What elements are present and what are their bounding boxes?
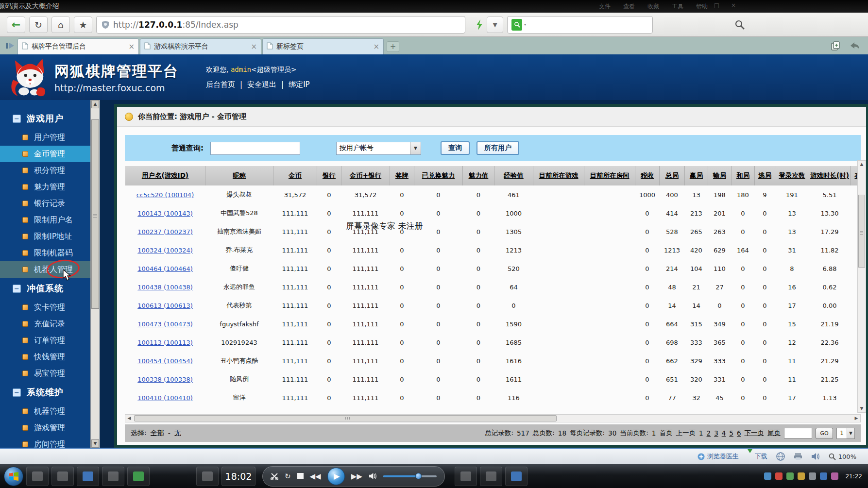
address-bar[interactable]: http://127.0.0.1:85/Index.asp bbox=[96, 16, 465, 34]
volume-icon[interactable] bbox=[369, 472, 377, 480]
scroll-up-icon[interactable]: ▲ bbox=[91, 100, 99, 108]
scroll-down-icon[interactable]: ▼ bbox=[858, 405, 866, 412]
sidebar-section-header[interactable]: −系统维护 bbox=[0, 382, 90, 403]
tray-icon[interactable] bbox=[786, 472, 794, 480]
user-link[interactable]: 100237 (100237) bbox=[137, 228, 193, 236]
select-all-link[interactable]: 全部 bbox=[151, 429, 164, 438]
page-link-5[interactable]: 5 bbox=[729, 429, 733, 437]
scroll-right-icon[interactable]: ▶ bbox=[852, 415, 860, 422]
tab-close-icon[interactable]: × bbox=[128, 42, 135, 51]
column-header[interactable]: 经验值 bbox=[494, 166, 533, 185]
header-link[interactable]: 安全退出 bbox=[247, 80, 276, 89]
header-link[interactable]: 后台首页 bbox=[206, 80, 235, 89]
chevron-down-icon[interactable]: ▼ bbox=[410, 142, 421, 154]
sidebar-item-充值记录[interactable]: 充值记录 bbox=[0, 316, 90, 332]
browser-tab[interactable]: 新标签页× bbox=[262, 38, 384, 54]
sidebar-item-机器人管理[interactable]: 机器人管理 bbox=[0, 261, 90, 278]
user-link[interactable]: 100410 (100410) bbox=[137, 394, 193, 402]
column-header[interactable]: 已兑换魅力 bbox=[414, 166, 463, 185]
sidebar-item-机器管理[interactable]: 机器管理 bbox=[0, 403, 90, 420]
page-link-2[interactable]: 2 bbox=[707, 429, 711, 437]
page-link-1[interactable]: 1 bbox=[699, 429, 703, 437]
speaker-icon[interactable] bbox=[811, 453, 820, 460]
sidebar-item-魅力管理[interactable]: 魅力管理 bbox=[0, 179, 90, 195]
back-button[interactable]: ← bbox=[7, 17, 25, 33]
stop-button[interactable] bbox=[297, 473, 304, 479]
menu-item[interactable]: 工具 bbox=[672, 2, 683, 11]
sidebar-item-易宝管理[interactable]: 易宝管理 bbox=[0, 365, 90, 382]
user-link[interactable]: 100113 (100113) bbox=[137, 339, 193, 346]
restore-tab-icon[interactable] bbox=[830, 41, 841, 51]
undo-close-icon[interactable] bbox=[849, 41, 860, 50]
column-header[interactable]: 登录次数 bbox=[775, 166, 809, 185]
scroll-left-icon[interactable]: ◀ bbox=[125, 415, 133, 422]
select-none-link[interactable]: 无 bbox=[174, 429, 181, 438]
sidebar-item-房间管理[interactable]: 房间管理 bbox=[0, 436, 90, 448]
start-button[interactable] bbox=[4, 467, 23, 486]
taskbar-app-icon[interactable] bbox=[102, 467, 124, 486]
table-horizontal-scrollbar[interactable]: ◀ ▶ bbox=[125, 414, 861, 422]
sidebar-item-快钱管理[interactable]: 快钱管理 bbox=[0, 349, 90, 365]
column-header[interactable]: 和局 bbox=[732, 166, 755, 185]
play-button[interactable]: ▶ bbox=[327, 468, 345, 485]
menu-item[interactable]: 查看 bbox=[623, 2, 635, 11]
scrollbar-thumb[interactable] bbox=[858, 195, 865, 268]
browser-doctor-button[interactable]: 浏览器医生 bbox=[698, 452, 739, 461]
window-controls[interactable]: – □ × bbox=[699, 2, 741, 9]
column-header[interactable]: 赢局 bbox=[685, 166, 708, 185]
scrollbar-thumb[interactable] bbox=[134, 415, 557, 421]
scissors-icon[interactable] bbox=[271, 472, 278, 480]
rewind-button[interactable]: ◀◀ bbox=[310, 472, 321, 481]
address-dropdown-button[interactable]: ▼ bbox=[487, 17, 503, 33]
last-page-button[interactable]: 尾页 bbox=[767, 429, 781, 438]
scrollbar-thumb[interactable] bbox=[91, 119, 99, 309]
taskbar-app-icon[interactable] bbox=[26, 467, 49, 486]
sidebar-section-header[interactable]: −游戏用户 bbox=[0, 108, 90, 129]
sidebar-item-银行记录[interactable]: 银行记录 bbox=[0, 195, 90, 212]
go-button[interactable]: GO bbox=[816, 428, 833, 439]
tray-icon[interactable] bbox=[831, 472, 838, 480]
sidebar-item-金币管理[interactable]: 金币管理 bbox=[0, 146, 90, 162]
collapse-icon[interactable]: − bbox=[13, 115, 21, 123]
zoom-control[interactable]: 100% bbox=[829, 453, 856, 460]
user-link[interactable]: 100613 (100613) bbox=[137, 302, 193, 309]
forward-button[interactable]: ▶▶ bbox=[351, 472, 362, 481]
engine-caret-icon[interactable]: ▾ bbox=[524, 22, 526, 27]
taskbar-app-icon[interactable] bbox=[196, 467, 219, 486]
page-link-3[interactable]: 3 bbox=[714, 429, 718, 437]
column-header[interactable]: 税收 bbox=[635, 166, 660, 185]
taskbar-app-icon[interactable] bbox=[455, 467, 477, 486]
first-page-button[interactable]: 首页 bbox=[659, 429, 672, 438]
tab-close-icon[interactable]: × bbox=[251, 42, 257, 51]
taskbar-app-icon[interactable] bbox=[51, 467, 74, 486]
column-header[interactable]: 昵称 bbox=[205, 166, 273, 185]
user-link[interactable]: 100464 (100464) bbox=[137, 265, 193, 272]
sidebar-item-限制IP地址[interactable]: 限制IP地址 bbox=[0, 228, 90, 245]
column-header[interactable]: 奖牌 bbox=[390, 166, 414, 185]
tray-icon[interactable] bbox=[798, 472, 805, 480]
globe-icon[interactable] bbox=[776, 452, 785, 461]
web-search-input[interactable] bbox=[528, 19, 648, 31]
tab-close-icon[interactable]: × bbox=[373, 42, 379, 51]
sidebar-item-限制用户名[interactable]: 限制用户名 bbox=[0, 212, 90, 228]
user-link[interactable]: 100473 (100473) bbox=[137, 320, 193, 328]
page-size-select[interactable]: 1 ▼ bbox=[836, 428, 855, 439]
repeat-icon[interactable]: ↻ bbox=[285, 472, 291, 481]
prev-page-button[interactable]: 上一页 bbox=[676, 429, 696, 438]
tray-icon[interactable] bbox=[809, 472, 816, 480]
menu-item[interactable]: 收藏 bbox=[647, 2, 659, 11]
column-header[interactable]: 逃局 bbox=[755, 166, 775, 185]
browser-tab[interactable]: 游戏棋牌演示平台× bbox=[140, 38, 261, 54]
search-engine-box[interactable]: ▾ bbox=[507, 16, 653, 34]
taskbar-app-icon[interactable] bbox=[505, 467, 528, 486]
tray-icon[interactable] bbox=[775, 472, 783, 480]
download-button[interactable]: 下载 bbox=[748, 452, 767, 461]
column-header[interactable]: 金币+银行 bbox=[341, 166, 390, 185]
browser-tab[interactable]: 棋牌平台管理后台× bbox=[17, 38, 139, 54]
new-tab-button[interactable]: + bbox=[387, 41, 399, 52]
user-link[interactable]: 100454 (100454) bbox=[137, 357, 193, 365]
column-header[interactable]: 目前所在游戏 bbox=[533, 166, 584, 185]
sidebar-item-用户管理[interactable]: 用户管理 bbox=[0, 129, 90, 146]
refresh-button[interactable]: ↻ bbox=[29, 17, 48, 33]
column-header[interactable]: 目前所在房间 bbox=[584, 166, 635, 185]
